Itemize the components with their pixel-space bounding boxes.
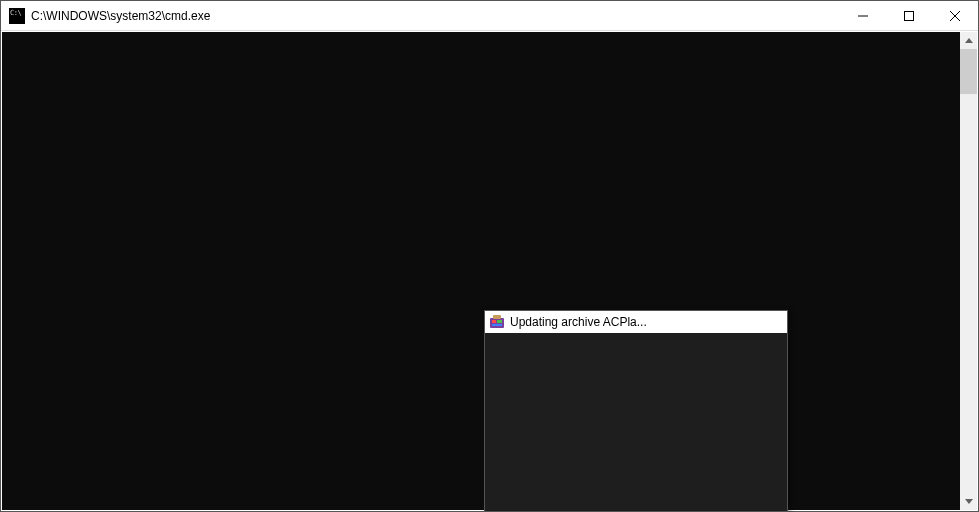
cmd-icon [9, 8, 25, 24]
svg-rect-7 [492, 324, 502, 326]
svg-rect-6 [497, 320, 502, 323]
dialog-body [485, 333, 787, 511]
scroll-thumb[interactable] [960, 49, 977, 94]
scroll-up-arrow-icon[interactable] [960, 32, 977, 49]
scroll-down-arrow-icon[interactable] [960, 493, 977, 510]
winrar-icon [489, 314, 505, 330]
window-controls [840, 1, 978, 30]
window-title: C:\WINDOWS\system32\cmd.exe [31, 9, 840, 23]
close-button[interactable] [932, 1, 978, 30]
dialog-titlebar[interactable]: Updating archive ACPla... [485, 311, 787, 333]
svg-rect-8 [493, 315, 501, 319]
archive-progress-dialog: Updating archive ACPla... [484, 310, 788, 512]
console-output[interactable] [2, 32, 960, 510]
scroll-track[interactable] [960, 49, 977, 493]
maximize-button[interactable] [886, 1, 932, 30]
vertical-scrollbar[interactable] [960, 32, 977, 510]
svg-rect-5 [492, 320, 496, 323]
minimize-button[interactable] [840, 1, 886, 30]
dialog-title: Updating archive ACPla... [510, 315, 647, 329]
svg-rect-1 [905, 11, 914, 20]
titlebar[interactable]: C:\WINDOWS\system32\cmd.exe [1, 1, 978, 31]
